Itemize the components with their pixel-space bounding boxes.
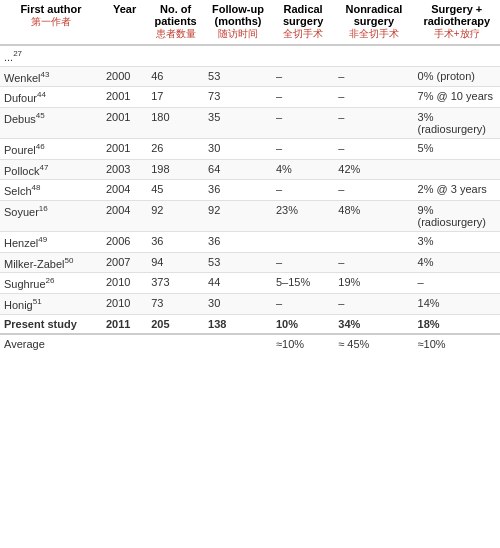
cell-radical: 23% — [272, 200, 334, 231]
cell-radical: – — [272, 107, 334, 138]
cell-nonradical: 19% — [334, 273, 413, 294]
cell-year: 2001 — [102, 87, 147, 108]
cell-year: 2010 — [102, 273, 147, 294]
cell-surgeryradio — [414, 45, 500, 66]
header-surgery-radio-sub: 手术+放疗 — [434, 28, 480, 39]
cell-patients: 373 — [147, 273, 204, 294]
table-row: Soyuer162004929223%48%9% (radiosurgery) — [0, 200, 500, 231]
cell-surgeryradio: 0% (proton) — [414, 66, 500, 87]
cell-radical: – — [272, 138, 334, 159]
header-surgery-radio-label: Surgery + radiotherapy — [423, 3, 490, 27]
avg-label: Average — [0, 334, 102, 353]
table-row: Honig5120107330––14% — [0, 293, 500, 314]
header-author-sub: 第一作者 — [31, 16, 71, 27]
cell-year: 2004 — [102, 200, 147, 231]
cell-surgeryradio: 2% @ 3 years — [414, 180, 500, 201]
header-nonradical-label: Nonradical surgery — [345, 3, 402, 27]
header-year: Year — [102, 0, 147, 45]
cell-nonradical — [334, 231, 413, 252]
header-followup-label: Follow-up (months) — [212, 3, 264, 27]
cell-nonradical: – — [334, 87, 413, 108]
cell-author: Debus45 — [0, 107, 102, 138]
cell-patients: 73 — [147, 293, 204, 314]
cell-year: 2003 — [102, 159, 147, 180]
table-row: Wenkel4320004653––0% (proton) — [0, 66, 500, 87]
cell-radical: – — [272, 293, 334, 314]
table-row: Debus45200118035––3% (radiosurgery) — [0, 107, 500, 138]
cell-followup: 35 — [204, 107, 272, 138]
table-row: Sughrue262010373445–15%19%– — [0, 273, 500, 294]
cell-patients: 198 — [147, 159, 204, 180]
cell-year: 2004 — [102, 180, 147, 201]
cell-followup: 92 — [204, 200, 272, 231]
table-row: Pourel4620012630––5% — [0, 138, 500, 159]
cell-author: Henzel49 — [0, 231, 102, 252]
cell-followup: 73 — [204, 87, 272, 108]
cell-author: ...27 — [0, 45, 102, 66]
cell-nonradical: 42% — [334, 159, 413, 180]
table-row: Milker-Zabel5020079453––4% — [0, 252, 500, 273]
header-radical: Radical surgery 全切手术 — [272, 0, 334, 45]
avg-followup — [204, 334, 272, 353]
cell-surgeryradio: 18% — [414, 314, 500, 334]
cell-followup: 53 — [204, 66, 272, 87]
cell-surgeryradio: 4% — [414, 252, 500, 273]
cell-patients: 94 — [147, 252, 204, 273]
cell-author: Pourel46 — [0, 138, 102, 159]
table-row: Present study201120513810%34%18% — [0, 314, 500, 334]
cell-author: Wenkel43 — [0, 66, 102, 87]
cell-radical — [272, 231, 334, 252]
cell-followup: 53 — [204, 252, 272, 273]
cell-followup: 138 — [204, 314, 272, 334]
cell-surgeryradio: 3% — [414, 231, 500, 252]
header-nonradical: Nonradical surgery 非全切手术 — [334, 0, 413, 45]
average-row: Average≈10%≈ 45%≈10% — [0, 334, 500, 353]
cell-radical: 4% — [272, 159, 334, 180]
cell-patients: 92 — [147, 200, 204, 231]
cell-author: Milker-Zabel50 — [0, 252, 102, 273]
header-radical-label: Radical surgery — [283, 3, 323, 27]
cell-radical — [272, 45, 334, 66]
cell-author: Selch48 — [0, 180, 102, 201]
table-row: Selch4820044536––2% @ 3 years — [0, 180, 500, 201]
header-followup: Follow-up (months) 随访时间 — [204, 0, 272, 45]
cell-surgeryradio — [414, 159, 500, 180]
header-followup-sub: 随访时间 — [218, 28, 258, 39]
header-author-label: First author — [20, 3, 81, 15]
cell-radical: – — [272, 87, 334, 108]
cell-followup: 30 — [204, 293, 272, 314]
header-patients-sub: 患者数量 — [156, 28, 196, 39]
cell-year: 2006 — [102, 231, 147, 252]
cell-nonradical: 34% — [334, 314, 413, 334]
avg-radical: ≈10% — [272, 334, 334, 353]
cell-year: 2011 — [102, 314, 147, 334]
cell-patients: 180 — [147, 107, 204, 138]
table-row: Pollock472003198644%42% — [0, 159, 500, 180]
cell-year: 2010 — [102, 293, 147, 314]
header-patients-label: No. of patients — [155, 3, 197, 27]
cell-nonradical: – — [334, 180, 413, 201]
cell-year: 2007 — [102, 252, 147, 273]
cell-radical: – — [272, 180, 334, 201]
cell-author: Dufour44 — [0, 87, 102, 108]
header-year-label: Year — [113, 3, 136, 15]
cell-radical: – — [272, 252, 334, 273]
cell-patients: 205 — [147, 314, 204, 334]
cell-author: Pollock47 — [0, 159, 102, 180]
cell-followup — [204, 45, 272, 66]
cell-year — [102, 45, 147, 66]
cell-followup: 36 — [204, 231, 272, 252]
header-patients: No. of patients 患者数量 — [147, 0, 204, 45]
cell-nonradical — [334, 45, 413, 66]
avg-nonradical: ≈ 45% — [334, 334, 413, 353]
cell-year: 2000 — [102, 66, 147, 87]
cell-nonradical: – — [334, 252, 413, 273]
cell-patients — [147, 45, 204, 66]
header-author: First author 第一作者 — [0, 0, 102, 45]
cell-nonradical: – — [334, 293, 413, 314]
table-row: ...27 — [0, 45, 500, 66]
header-nonradical-sub: 非全切手术 — [349, 28, 399, 39]
cell-surgeryradio: – — [414, 273, 500, 294]
table-header-row: First author 第一作者 Year No. of patients 患… — [0, 0, 500, 45]
cell-author: Honig51 — [0, 293, 102, 314]
